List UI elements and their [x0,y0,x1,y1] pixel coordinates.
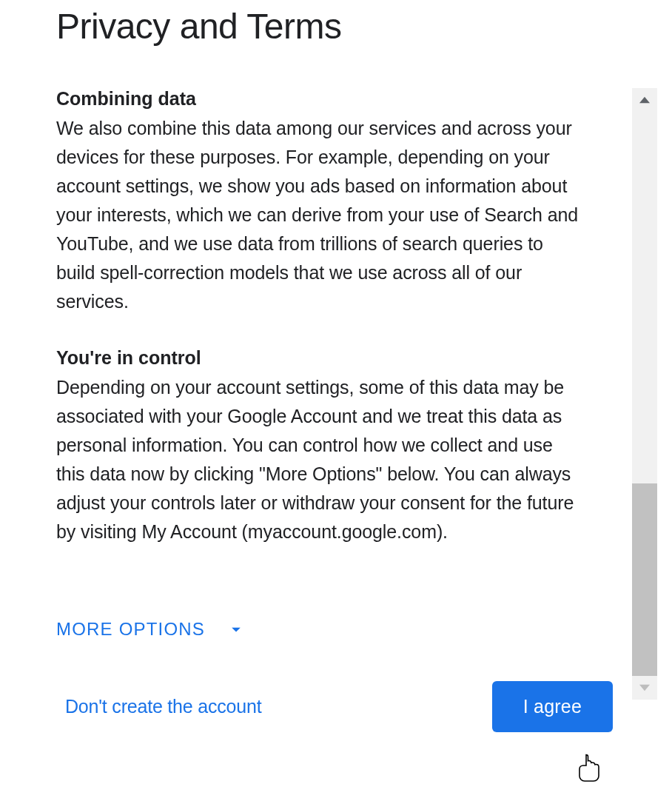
section-combining-data: Combining data We also combine this data… [56,88,582,316]
scroll-up-arrow-icon[interactable] [632,88,657,112]
section-text: We also combine this data among our serv… [56,114,582,316]
section-youre-in-control: You're in control Depending on your acco… [56,347,582,546]
chevron-down-icon [226,619,246,640]
scrollbar-track[interactable] [632,112,657,676]
section-heading: You're in control [56,347,582,369]
terms-content: Combining data We also combine this data… [56,88,582,640]
section-text: Depending on your account settings, some… [56,373,582,546]
mouse-cursor-icon [577,754,602,786]
scrollbar-thumb[interactable] [632,483,657,676]
agree-button[interactable]: I agree [492,681,613,732]
section-heading: Combining data [56,88,582,110]
scroll-area: Combining data We also combine this data… [56,88,672,640]
page-title: Privacy and Terms [56,0,672,47]
scroll-down-arrow-icon[interactable] [632,676,657,700]
button-row: Don't create the account I agree [65,681,613,732]
more-options-label: MORE OPTIONS [56,619,205,640]
scrollbar[interactable] [632,88,657,700]
more-options-button[interactable]: MORE OPTIONS [56,619,246,640]
decline-button[interactable]: Don't create the account [65,696,261,717]
